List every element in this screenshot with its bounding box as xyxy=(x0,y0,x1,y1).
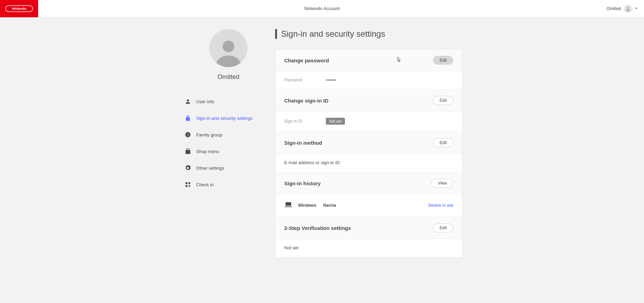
view-signin-history-button[interactable]: View xyxy=(431,179,453,188)
section-title: Sign-in method xyxy=(284,140,322,146)
device-os: Windows xyxy=(298,203,316,208)
laptop-icon xyxy=(284,200,293,210)
svg-point-6 xyxy=(187,134,188,134)
sidebar-item-signin-security[interactable]: Sign-in and security settings xyxy=(184,110,275,126)
device-location: Narnia xyxy=(323,203,336,208)
svg-point-4 xyxy=(187,99,189,101)
svg-rect-13 xyxy=(189,186,189,187)
profile-avatar[interactable] xyxy=(209,29,247,67)
qr-icon xyxy=(184,181,191,188)
sidebar-item-label: Check in xyxy=(196,182,214,187)
section-head-change-signin-id: Change sign-in ID Edit xyxy=(276,90,462,112)
section-body-signin-history: Windows Narnia Device in use xyxy=(276,194,462,217)
section-head-signin-history: Sign-in history View xyxy=(276,172,462,194)
section-body-signin-method: E-mail address or sign-in ID xyxy=(276,154,462,172)
sidebar-item-check-in[interactable]: Check in xyxy=(184,176,275,193)
settings-card: Change password Edit Password •••••• Cha… xyxy=(275,49,462,258)
sidebar-item-user-info[interactable]: User info xyxy=(184,93,275,110)
svg-rect-10 xyxy=(185,185,187,187)
sidebar-item-label: Family group xyxy=(196,132,222,137)
edit-two-step-button[interactable]: Edit xyxy=(433,223,453,232)
section-title: Change password xyxy=(284,57,329,63)
nintendo-logo[interactable]: Nintendo xyxy=(0,0,38,17)
sidebar: Omitted User info Sign-in and security s… xyxy=(182,29,275,258)
section-body-two-step: Not set xyxy=(276,239,462,257)
header-title: Nintendo Account xyxy=(304,6,340,11)
section-title: Change sign-in ID xyxy=(284,98,329,104)
page-body: Omitted User info Sign-in and security s… xyxy=(0,17,644,271)
header-user-menu[interactable]: Omitted xyxy=(607,5,644,13)
sidebar-item-other-settings[interactable]: Other settings xyxy=(184,160,275,176)
page-title: Sign-in and security settings xyxy=(275,29,462,39)
svg-rect-12 xyxy=(190,186,190,187)
shop-icon xyxy=(184,148,191,155)
main-content: Sign-in and security settings Change pas… xyxy=(275,29,462,258)
edit-password-button[interactable]: Edit xyxy=(433,56,453,65)
section-body-change-signin-id: Sign-in ID Not set xyxy=(276,112,462,132)
svg-point-3 xyxy=(223,41,234,52)
not-set-badge: Not set xyxy=(326,118,345,125)
password-value: •••••• xyxy=(326,78,337,82)
global-header: Nintendo Nintendo Account Omitted xyxy=(0,0,644,17)
section-head-signin-method: Sign-in method Edit xyxy=(276,132,462,154)
section-head-change-password: Change password Edit xyxy=(276,50,462,71)
signin-id-label: Sign-in ID xyxy=(284,119,326,124)
two-step-text: Not set xyxy=(284,245,298,250)
sidebar-item-label: Other settings xyxy=(196,166,224,171)
svg-point-7 xyxy=(188,134,189,134)
edit-signin-id-button[interactable]: Edit xyxy=(433,96,453,105)
svg-rect-9 xyxy=(189,182,190,184)
section-body-change-password: Password •••••• xyxy=(276,71,462,90)
nintendo-logo-icon: Nintendo xyxy=(5,5,33,12)
device-status: Device in use xyxy=(428,203,453,208)
sidebar-item-label: Shop menu xyxy=(196,149,219,154)
sidebar-item-label: User info xyxy=(196,99,214,104)
section-title: Sign-in history xyxy=(284,180,321,186)
sidebar-nav: User info Sign-in and security settings … xyxy=(182,93,275,193)
svg-rect-11 xyxy=(189,185,189,186)
avatar-icon xyxy=(624,5,632,13)
svg-point-5 xyxy=(185,132,191,137)
profile-name: Omitted xyxy=(217,73,239,81)
family-icon xyxy=(184,131,191,138)
sidebar-item-family-group[interactable]: Family group xyxy=(184,126,275,143)
svg-point-2 xyxy=(627,7,629,8)
sidebar-item-shop-menu[interactable]: Shop menu xyxy=(184,143,275,160)
gear-icon xyxy=(184,164,191,171)
user-icon xyxy=(184,98,191,105)
chevron-down-icon xyxy=(635,8,638,9)
svg-rect-8 xyxy=(185,182,187,184)
svg-text:Nintendo: Nintendo xyxy=(12,7,26,10)
edit-signin-method-button[interactable]: Edit xyxy=(433,138,453,147)
svg-rect-14 xyxy=(190,185,190,186)
header-user-name: Omitted xyxy=(607,6,621,11)
sidebar-item-label: Sign-in and security settings xyxy=(196,116,253,121)
section-head-two-step: 2-Step Verification settings Edit xyxy=(276,217,462,239)
password-label: Password xyxy=(284,78,326,82)
section-title: 2-Step Verification settings xyxy=(284,225,351,231)
lock-icon xyxy=(184,115,191,122)
signin-method-text: E-mail address or sign-in ID xyxy=(284,160,340,165)
